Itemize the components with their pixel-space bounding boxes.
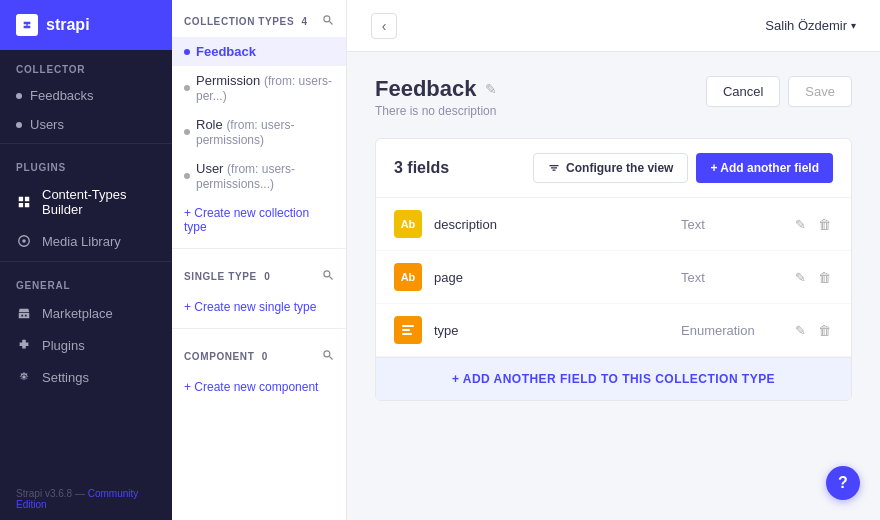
content-area: Feedback ✎ There is no description Cance… — [347, 52, 880, 520]
field-actions-page: ✎ 🗑 — [793, 268, 833, 287]
cancel-button[interactable]: Cancel — [706, 76, 780, 107]
sidebar-item-plugins[interactable]: Plugins — [0, 329, 172, 361]
middle-item-user[interactable]: User (from: users-permissions...) — [172, 154, 346, 198]
middle-item-permission[interactable]: Permission (from: users-per...) — [172, 66, 346, 110]
middle-permission-label: Permission (from: users-per...) — [196, 73, 334, 103]
middle-role-label: Role (from: users-permissions) — [196, 117, 334, 147]
table-row: Ab page Text ✎ 🗑 — [376, 251, 851, 304]
sidebar-item-users-label: Users — [30, 117, 64, 132]
edit-field-button[interactable]: ✎ — [793, 215, 808, 234]
user-menu[interactable]: Salih Özdemir ▾ — [765, 18, 856, 33]
collection-search-icon[interactable] — [322, 14, 334, 29]
component-label: COMPONENT 0 — [184, 351, 268, 362]
middle-panel: COLLECTION TYPES 4 Feedback Permission (… — [172, 0, 347, 520]
content-subtitle: There is no description — [375, 104, 497, 118]
separator — [172, 328, 346, 329]
save-button[interactable]: Save — [788, 76, 852, 107]
field-name-description: description — [434, 217, 669, 232]
divider — [0, 261, 172, 262]
marketplace-icon — [16, 305, 32, 321]
header-actions: Cancel Save — [706, 76, 852, 107]
single-search-icon[interactable] — [322, 269, 334, 284]
create-component-link[interactable]: + Create new component — [172, 372, 346, 402]
edit-title-icon[interactable]: ✎ — [485, 81, 497, 97]
collector-section-label: COLLECTOR — [0, 50, 172, 81]
plugins-section-label: PLUGINS — [0, 148, 172, 179]
settings-icon — [16, 369, 32, 385]
field-name-page: page — [434, 270, 669, 285]
topbar: ‹ Salih Özdemir ▾ — [347, 0, 880, 52]
collection-types-label: COLLECTION TYPES 4 — [184, 16, 308, 27]
field-type-type: Enumeration — [681, 323, 781, 338]
middle-feedback-label: Feedback — [196, 44, 256, 59]
middle-item-role[interactable]: Role (from: users-permissions) — [172, 110, 346, 154]
general-section-label: GENERAL — [0, 266, 172, 297]
field-type-icon-description: Ab — [394, 210, 422, 238]
create-collection-link[interactable]: + Create new collection type — [172, 198, 346, 242]
sidebar-section-collector: COLLECTOR Feedbacks Users — [0, 50, 172, 139]
sidebar-version: Strapi v3.6.8 — Community Edition — [0, 478, 172, 520]
content-title-section: Feedback ✎ There is no description — [375, 76, 497, 118]
dot-icon — [16, 93, 22, 99]
dot — [184, 85, 190, 91]
edit-field-button[interactable]: ✎ — [793, 268, 808, 287]
plugins-icon — [16, 337, 32, 353]
delete-field-button[interactable]: 🗑 — [816, 268, 833, 287]
field-actions-description: ✎ 🗑 — [793, 215, 833, 234]
table-row: type Enumeration ✎ 🗑 — [376, 304, 851, 357]
create-single-link[interactable]: + Create new single type — [172, 292, 346, 322]
configure-view-button[interactable]: Configure the view — [533, 153, 688, 183]
sidebar-plugins-label: Plugins — [42, 338, 85, 353]
svg-point-3 — [324, 16, 330, 22]
table-row: Ab description Text ✎ 🗑 — [376, 198, 851, 251]
fields-count: 3 fields — [394, 159, 449, 177]
sidebar-item-media-library[interactable]: Media Library — [0, 225, 172, 257]
sidebar-section-general: GENERAL Marketplace Plugins Settings — [0, 266, 172, 393]
main-area: ‹ Salih Özdemir ▾ Feedback ✎ There is no… — [347, 0, 880, 520]
sidebar-marketplace-label: Marketplace — [42, 306, 113, 321]
sidebar-item-settings[interactable]: Settings — [0, 361, 172, 393]
sidebar: strapi COLLECTOR Feedbacks Users PLUGINS… — [0, 0, 172, 520]
content-header: Feedback ✎ There is no description Cance… — [375, 76, 852, 118]
add-another-field-footer[interactable]: + ADD ANOTHER FIELD TO THIS COLLECTION T… — [376, 357, 851, 400]
title-row: Feedback ✎ — [375, 76, 497, 102]
component-header: COMPONENT 0 — [172, 335, 346, 372]
component-search-icon[interactable] — [322, 349, 334, 364]
svg-line-6 — [330, 277, 333, 280]
content-types-icon — [16, 194, 32, 210]
fields-card: 3 fields Configure the view + Add anothe… — [375, 138, 852, 401]
sidebar-logo[interactable]: strapi — [0, 0, 172, 50]
chevron-down-icon: ▾ — [851, 20, 856, 31]
sidebar-item-feedbacks[interactable]: Feedbacks — [0, 81, 172, 110]
add-field-button[interactable]: + Add another field — [696, 153, 833, 183]
sidebar-content-types-label: Content-Types Builder — [42, 187, 156, 217]
divider — [0, 143, 172, 144]
fields-header-actions: Configure the view + Add another field — [533, 153, 833, 183]
field-type-icon-type — [394, 316, 422, 344]
help-button[interactable]: ? — [826, 466, 860, 500]
sidebar-logo-text: strapi — [46, 16, 90, 34]
svg-line-8 — [330, 357, 333, 360]
svg-rect-9 — [402, 325, 414, 327]
middle-item-feedback[interactable]: Feedback — [172, 37, 346, 66]
back-button[interactable]: ‹ — [371, 13, 397, 39]
sidebar-item-marketplace[interactable]: Marketplace — [0, 297, 172, 329]
field-actions-type: ✎ 🗑 — [793, 321, 833, 340]
sidebar-settings-label: Settings — [42, 370, 89, 385]
page-title: Feedback — [375, 76, 477, 102]
dot — [184, 173, 190, 179]
edit-field-button[interactable]: ✎ — [793, 321, 808, 340]
svg-point-7 — [324, 351, 330, 357]
svg-point-2 — [22, 239, 26, 243]
sidebar-item-users[interactable]: Users — [0, 110, 172, 139]
sidebar-item-feedbacks-label: Feedbacks — [30, 88, 94, 103]
field-type-icon-page: Ab — [394, 263, 422, 291]
fields-card-header: 3 fields Configure the view + Add anothe… — [376, 139, 851, 198]
dot — [184, 129, 190, 135]
delete-field-button[interactable]: 🗑 — [816, 321, 833, 340]
field-type-description: Text — [681, 217, 781, 232]
field-type-page: Text — [681, 270, 781, 285]
delete-field-button[interactable]: 🗑 — [816, 215, 833, 234]
topbar-right: Salih Özdemir ▾ — [765, 18, 856, 33]
sidebar-item-content-types-builder[interactable]: Content-Types Builder — [0, 179, 172, 225]
